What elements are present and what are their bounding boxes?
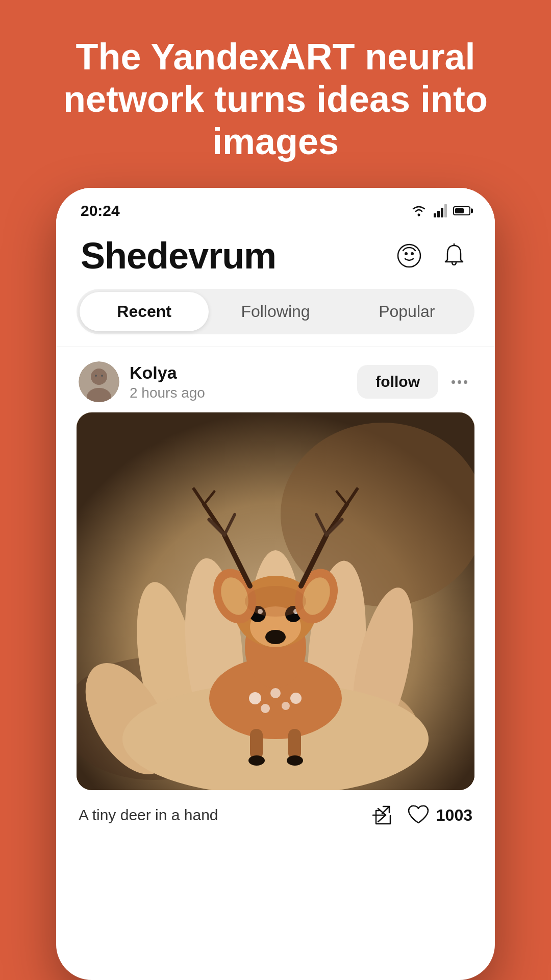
post-caption: A tiny deer in a hand xyxy=(79,806,358,824)
follow-button[interactable]: follow xyxy=(357,365,438,399)
svg-point-0 xyxy=(418,214,420,216)
svg-rect-56 xyxy=(288,729,301,760)
more-options-button[interactable] xyxy=(446,375,472,389)
tabs: Recent Following Popular xyxy=(77,289,474,334)
phone-frame: 20:24 Shedevrum xyxy=(56,188,495,980)
post-footer: A tiny deer in a hand 1003 xyxy=(56,790,495,840)
status-bar: 20:24 xyxy=(56,188,495,225)
face-icon xyxy=(396,242,422,269)
tabs-container: Recent Following Popular xyxy=(56,289,495,334)
dot-3 xyxy=(464,380,467,384)
deer-image-content xyxy=(77,412,474,790)
bell-icon xyxy=(441,242,467,269)
post-actions: follow xyxy=(357,365,472,399)
svg-point-58 xyxy=(287,755,303,766)
post-time: 2 hours ago xyxy=(130,385,347,401)
svg-point-57 xyxy=(248,755,265,766)
svg-rect-55 xyxy=(250,729,263,760)
dot-2 xyxy=(458,380,461,384)
header-icons xyxy=(393,239,470,272)
app-title: Shedevrum xyxy=(81,235,276,277)
dot-1 xyxy=(452,380,455,384)
heart-icon xyxy=(406,802,431,828)
svg-point-12 xyxy=(95,375,97,377)
like-count: 1003 xyxy=(436,806,472,825)
post-username: Kolya xyxy=(130,363,347,383)
post-footer-actions: 1003 xyxy=(368,802,472,828)
svg-point-29 xyxy=(265,630,286,644)
tab-following[interactable]: Following xyxy=(211,292,340,331)
profile-icon-button[interactable] xyxy=(393,239,425,272)
share-icon xyxy=(368,802,393,828)
post-header: Kolya 2 hours ago follow xyxy=(56,347,495,412)
tab-recent[interactable]: Recent xyxy=(80,292,209,331)
status-icons xyxy=(410,204,470,217)
post-image[interactable] xyxy=(77,412,474,790)
hero-title: The YandexART neural network turns ideas… xyxy=(0,0,551,188)
share-button[interactable] xyxy=(368,802,393,828)
svg-point-51 xyxy=(270,688,281,698)
tab-popular[interactable]: Popular xyxy=(342,292,471,331)
battery-icon xyxy=(453,206,470,215)
notification-icon-button[interactable] xyxy=(438,239,470,272)
svg-point-13 xyxy=(101,375,103,377)
svg-point-59 xyxy=(245,586,306,617)
svg-rect-3 xyxy=(441,208,443,217)
svg-point-53 xyxy=(261,704,270,713)
svg-rect-2 xyxy=(437,211,440,217)
svg-point-52 xyxy=(290,693,302,704)
svg-point-54 xyxy=(282,702,290,710)
svg-rect-1 xyxy=(434,213,436,217)
post-user-info: Kolya 2 hours ago xyxy=(130,363,347,401)
svg-rect-4 xyxy=(444,204,447,217)
status-time: 20:24 xyxy=(81,202,120,219)
svg-point-50 xyxy=(249,692,261,704)
signal-icon xyxy=(434,204,447,217)
svg-point-6 xyxy=(405,252,408,255)
like-button[interactable]: 1003 xyxy=(406,802,472,828)
app-header: Shedevrum xyxy=(56,225,495,289)
avatar[interactable] xyxy=(79,361,119,402)
deer-scene-svg xyxy=(77,412,474,790)
svg-point-7 xyxy=(411,252,414,255)
wifi-icon xyxy=(410,204,428,217)
svg-point-10 xyxy=(91,369,107,385)
